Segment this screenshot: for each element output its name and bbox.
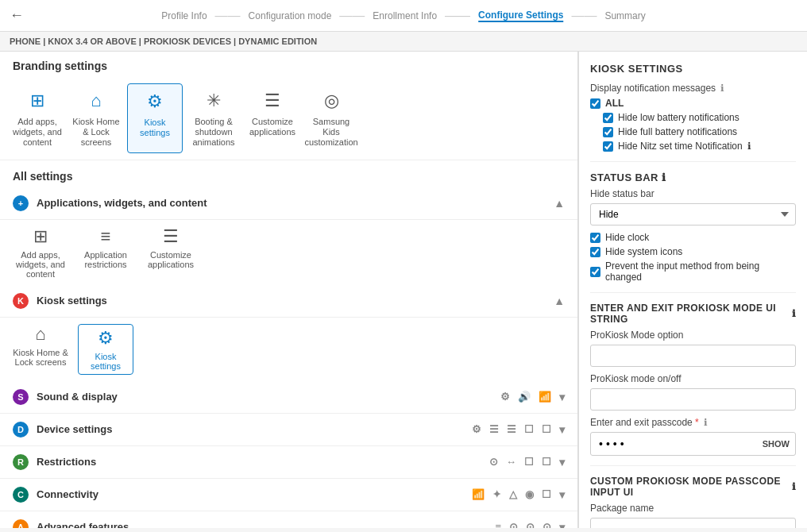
passcode-info-icon[interactable]: ℹ: [704, 417, 708, 428]
sub-app-restrictions[interactable]: ≡ Application restrictions: [78, 226, 133, 279]
sub-kiosk-home[interactable]: ⌂ Kiosk Home & Lock screens: [13, 324, 68, 375]
sub-kiosk-settings[interactable]: ⚙ Kiosk settings: [78, 324, 133, 375]
nav-step-enrollment[interactable]: Enrollment Info: [373, 10, 437, 21]
notification-info-icon[interactable]: ℹ: [720, 83, 724, 94]
nav-step-config[interactable]: Configuration mode: [249, 10, 332, 21]
sound-signal-icon: 📶: [539, 391, 551, 403]
device-box1-icon: ☐: [524, 423, 534, 435]
sound-chevron[interactable]: ▾: [559, 391, 565, 403]
section-header-applications[interactable]: + Applications, widgets, and content ▲: [0, 187, 577, 220]
tab-booting[interactable]: ✳ Booting & shutdown animations: [186, 83, 241, 153]
divider-3: [590, 465, 796, 466]
device-list-icon: ☰: [507, 423, 516, 435]
restrictions-icon: R: [13, 454, 29, 470]
restrictions-chevron[interactable]: ▾: [559, 456, 565, 468]
nitz-info-icon[interactable]: ℹ: [747, 141, 751, 152]
notification-all-row: ALL: [590, 98, 796, 109]
display-notification-section: Display notification messages ℹ ALL Hide…: [590, 83, 796, 152]
advanced-label: Advanced features: [37, 521, 129, 528]
branding-title: Branding settings: [0, 52, 577, 75]
divider-1: [590, 161, 796, 162]
passcode-label: Enter and exit passcode * ℹ: [590, 417, 796, 428]
section-header-kiosk[interactable]: K Kiosk settings ▲: [0, 285, 577, 318]
all-settings-label: All settings: [0, 160, 577, 187]
kiosk-chevron[interactable]: ▲: [554, 295, 565, 307]
device-chevron[interactable]: ▾: [559, 423, 565, 436]
hide-system-icons-checkbox[interactable]: [590, 247, 600, 257]
sound-gear-icon: ⚙: [500, 391, 510, 403]
tab-samsung-kids[interactable]: ◎ Samsung Kids customization: [303, 83, 359, 153]
hide-clock-label: Hide clock: [605, 232, 649, 243]
applications-label: Applications, widgets, and content: [37, 197, 207, 209]
sound-volume-icon: 🔊: [518, 391, 531, 403]
notification-full-battery-row: Hide full battery notifications: [603, 126, 796, 137]
hide-clock-checkbox[interactable]: [590, 233, 600, 243]
kiosk-home-icon: ⌂: [83, 88, 109, 114]
notification-nitz-checkbox[interactable]: [603, 141, 613, 152]
restrictions-eye-icon: ⊙: [489, 456, 498, 468]
notification-all-checkbox[interactable]: [590, 98, 600, 109]
connectivity-bt-icon: ✦: [492, 488, 501, 500]
device-icon: D: [13, 422, 29, 438]
applications-chevron[interactable]: ▲: [554, 197, 565, 210]
advanced-circle1-icon: ⊙: [509, 521, 518, 528]
section-applications: + Applications, widgets, and content ▲ ⊞…: [0, 187, 577, 285]
section-header-sound[interactable]: S Sound & display ⚙ 🔊 📶 ▾: [0, 381, 577, 414]
connectivity-chevron[interactable]: ▾: [559, 488, 565, 501]
tab-kiosk-home[interactable]: ⌂ Kiosk Home & Lock screens: [68, 83, 124, 153]
divider-2: [590, 292, 796, 293]
section-device: D Device settings ⚙ ☰ ☰ ☐ ☐ ▾: [0, 414, 577, 446]
section-header-restrictions[interactable]: R Restrictions ⊙ ↔ ☐ ☐ ▾: [0, 446, 577, 479]
hide-status-bar-select[interactable]: Hide Show: [590, 203, 796, 226]
package-name-label: Package name: [590, 503, 796, 514]
section-kiosk: K Kiosk settings ▲ ⌂ Kiosk Home & Lock s…: [0, 285, 577, 381]
applications-icon: +: [13, 195, 29, 211]
status-bar-section: STATUS BAR ℹ Hide status bar Hide Show H…: [590, 172, 796, 283]
section-sound: S Sound & display ⚙ 🔊 📶 ▾: [0, 381, 577, 414]
tab-add-apps[interactable]: ⊞ Add apps, widgets, and content: [10, 83, 65, 153]
nav-step-configure[interactable]: Configure Settings: [478, 10, 563, 22]
nav-step-summary[interactable]: Summary: [604, 10, 645, 21]
connectivity-wifi-icon: 📶: [472, 488, 485, 500]
booting-icon: ✳: [201, 88, 226, 114]
enter-exit-section: ENTER AND EXIT PROKIOSK MODE UI STRING ℹ…: [590, 303, 796, 456]
notification-low-battery-checkbox[interactable]: [603, 113, 613, 123]
right-panel: KIOSK SETTINGS Display notification mess…: [578, 52, 807, 528]
show-password-button[interactable]: SHOW: [763, 439, 790, 449]
notification-checkboxes: ALL Hide low battery notifications Hide …: [590, 98, 796, 152]
connectivity-icon: C: [13, 487, 29, 503]
connectivity-box-icon: ☐: [542, 488, 551, 500]
custom-passcode-title: CUSTOM PROKIOSK MODE PASSCODE INPUT UI ℹ: [590, 476, 796, 498]
sub-customize-apps[interactable]: ☰ Customize applications: [143, 226, 199, 279]
customize-apps-icon: ☰: [260, 88, 285, 114]
prevent-input-checkbox[interactable]: [590, 267, 600, 277]
device-menu-icon: ☰: [489, 423, 499, 435]
prokiosk-option-input[interactable]: [590, 345, 796, 367]
back-button[interactable]: ←: [10, 7, 24, 24]
add-apps-icon: ⊞: [25, 88, 50, 114]
status-bar-info-icon[interactable]: ℹ: [662, 172, 666, 183]
advanced-chevron[interactable]: ▾: [559, 521, 565, 528]
tab-kiosk-settings[interactable]: ⚙ Kiosk settings: [127, 83, 183, 153]
section-advanced: A Advanced features ≡ ⊙ ⊙ ⊙ ▾: [0, 511, 577, 528]
notification-full-battery-label: Hide full battery notifications: [618, 126, 737, 137]
hide-system-icons-row: Hide system icons: [590, 246, 796, 257]
section-restrictions: R Restrictions ⊙ ↔ ☐ ☐ ▾: [0, 446, 577, 479]
tab-customize-apps[interactable]: ☰ Customize applications: [245, 83, 300, 153]
prokiosk-onoff-input[interactable]: [590, 388, 796, 411]
section-header-advanced[interactable]: A Advanced features ≡ ⊙ ⊙ ⊙ ▾: [0, 511, 577, 528]
restrictions-arrows-icon: ↔: [506, 456, 516, 468]
nav-step-profile[interactable]: Profile Info: [161, 10, 207, 21]
prevent-input-label: Prevent the input method from being chan…: [605, 260, 796, 283]
advanced-circle3-icon: ⊙: [543, 521, 551, 528]
section-header-device[interactable]: D Device settings ⚙ ☰ ☰ ☐ ☐ ▾: [0, 414, 577, 446]
package-name-input[interactable]: [590, 518, 796, 528]
sound-icon: S: [13, 389, 29, 405]
kiosk-settings-title: KIOSK SETTINGS: [590, 63, 796, 75]
kiosk-label: Kiosk settings: [37, 295, 107, 306]
sub-add-apps[interactable]: ⊞ Add apps, widgets, and content: [13, 226, 68, 279]
enter-exit-info-icon[interactable]: ℹ: [792, 308, 796, 319]
custom-passcode-info-icon[interactable]: ℹ: [792, 481, 796, 492]
notification-full-battery-checkbox[interactable]: [603, 127, 613, 137]
section-header-connectivity[interactable]: C Connectivity 📶 ✦ △ ◉ ☐ ▾: [0, 479, 577, 511]
